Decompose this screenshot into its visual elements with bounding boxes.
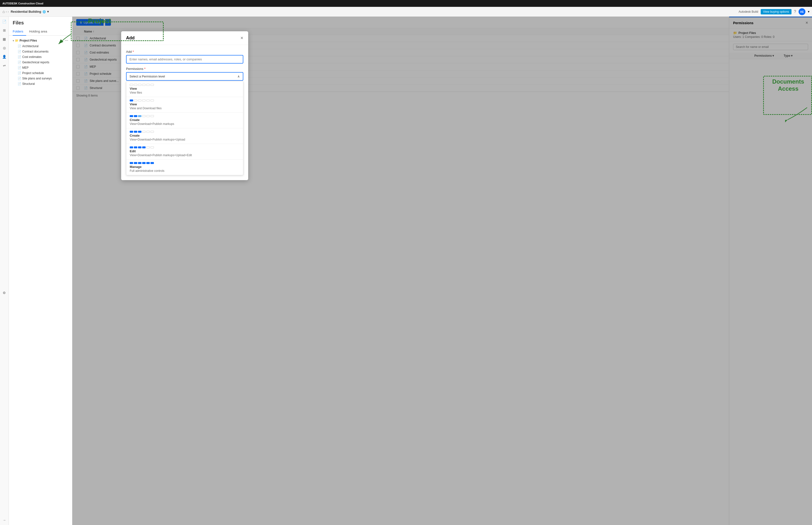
sidebar-icon-collapse[interactable]: → [1,517,7,523]
perm-option-create-1[interactable]: Create View+Download+Publish markups [126,113,243,128]
dot [142,162,145,164]
dot [130,84,133,86]
project-name[interactable]: Residential Building [11,10,49,13]
folder-icon: 📄 [18,55,21,59]
top-bar: AUTODESK Construction Cloud [0,0,812,7]
dialog-close-button[interactable]: × [240,35,243,41]
main-content: ⬆ Upload files ▾ Name ↑ De 📄 Ar [72,17,812,525]
sidebar-icon-settings[interactable]: ⚙ [1,71,7,514]
buy-button[interactable]: View buying options [761,9,792,14]
dialog-header: Add × [121,31,248,45]
sidebar-icon-people[interactable]: 👤 [1,54,7,60]
dot [142,84,145,86]
perm-option-name: Manage [130,165,240,169]
permissions-dropdown: View View files View View [126,81,243,175]
sidebar-icon-layers[interactable]: ⊞ [1,27,7,33]
perm-option-name: View [130,102,240,106]
dot [146,146,150,148]
folder-item-geotechnical[interactable]: 📄 Geotechnical reports [9,60,72,65]
globe-icon [43,10,46,13]
perm-option-name: View [130,87,240,90]
dot [138,146,141,148]
tab-holding-area[interactable]: Holding area [29,28,50,36]
dot [130,100,133,102]
select-chevron-icon: ∧ [238,75,240,78]
dot [142,146,145,148]
dot [146,100,150,102]
folder-item-architectural[interactable]: 📄 Architectural [9,44,72,49]
perm-option-edit[interactable]: Edit View+Download+Publish markups+Uploa… [126,144,243,160]
dot [130,131,133,133]
autodesk-build-label: Autodesk Build [739,10,758,13]
folder-icon: 📄 [18,44,21,48]
folder-icon: 📄 [18,66,21,70]
perm-option-desc: Full administrative controls [130,169,240,172]
project-dropdown-icon [47,10,49,13]
dot [151,115,154,117]
folder-icon: 📄 [18,77,21,80]
folder-icon-root: 📁 [15,39,18,42]
folder-tree: ▾ 📁 Project Files ⋯ 📄 Architectural 📄 Co… [9,36,72,525]
dot [146,131,150,133]
sidebar-icon-circle[interactable]: ◎ [1,45,7,51]
panel-header: Files [9,17,72,28]
sidebar-icon-file[interactable]: 📄 [1,18,7,25]
dot [134,115,137,117]
dot [134,162,137,164]
required-indicator: * [133,50,134,54]
main-layout: 📄 ⊞ ▦ ◎ 👤 ⇌ ⚙ → Files Folders Holding ar… [0,17,812,525]
perm-option-view-2[interactable]: View View and Download files [126,97,243,113]
folder-item-schedule[interactable]: 📄 Project schedule [9,70,72,76]
folder-item-cost[interactable]: 📄 Cost estimates [9,54,72,60]
perm-option-desc: View and Download files [130,107,240,110]
chevron-icon: ▾ [13,39,14,42]
dot [138,131,141,133]
perm-dots [130,115,240,117]
perm-option-name: Create [130,118,240,122]
perm-dots [130,100,240,102]
dot [130,146,133,148]
icon-sidebar: 📄 ⊞ ▦ ◎ 👤 ⇌ ⚙ → [0,17,9,525]
add-input[interactable] [126,55,243,63]
dot [142,131,145,133]
perm-option-manage[interactable]: Manage Full administrative controls [126,160,243,175]
perm-dots [130,162,240,164]
dot [146,84,150,86]
dot [146,162,150,164]
avatar-dropdown-icon [808,10,810,13]
folder-icon: 📄 [18,71,21,75]
perm-option-view-1[interactable]: View View files [126,81,243,97]
dot [138,84,141,86]
folder-icon: 📄 [18,50,21,53]
home-icon[interactable]: ⌂ [2,10,5,14]
dot [146,115,150,117]
folder-item-contract[interactable]: 📄 Contract documents [9,49,72,54]
nav-bar: ⌂ ‹ › Residential Building Autodesk Buil… [0,7,812,17]
dot [138,100,141,102]
dot [130,162,133,164]
file-panel: Files Folders Holding area ▾ 📁 Project F… [9,17,72,525]
folder-item-root[interactable]: ▾ 📁 Project Files ⋯ [9,38,72,44]
dot [130,115,133,117]
help-icon[interactable]: ? [794,10,796,14]
perm-option-create-2[interactable]: Create View+Download+Publish markups+Upl… [126,128,243,144]
tab-folders[interactable]: Folders [13,28,26,36]
dot [134,131,137,133]
perm-option-desc: View files [130,91,240,94]
perm-option-name: Edit [130,149,240,153]
sidebar-icon-grid[interactable]: ▦ [1,36,7,42]
more-options-btn[interactable]: ⋯ [65,39,68,43]
permissions-field-label: Permissions * [126,67,243,71]
dot [134,84,137,86]
sidebar-icon-exchange[interactable]: ⇌ [1,63,7,69]
folder-item-site[interactable]: 📄 Site plans and surveys [9,76,72,81]
perm-option-desc: View+Download+Publish markups+Upload+Edi… [130,153,240,157]
dot [134,146,137,148]
permissions-select[interactable]: Select a Permission level ∧ [126,72,243,81]
avatar[interactable]: AE [799,8,806,15]
folder-item-structural[interactable]: 📄 Structural [9,81,72,87]
folder-item-mep[interactable]: 📄 MEP [9,65,72,70]
add-field-label: Add * [126,50,243,54]
dot [151,84,154,86]
perm-dots [130,131,240,133]
